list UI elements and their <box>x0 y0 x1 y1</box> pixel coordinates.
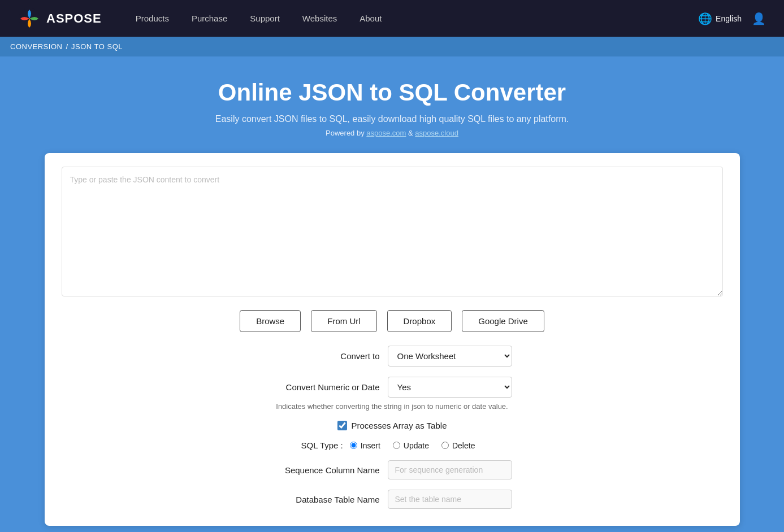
sql-update-option[interactable]: Update <box>393 441 437 450</box>
convert-to-select[interactable]: One Worksheet Multiple Worksheets <box>388 346 512 367</box>
json-input[interactable] <box>62 167 723 296</box>
sql-insert-radio[interactable] <box>350 442 357 449</box>
nav-links: Products Purchase Support Websites About <box>136 14 698 23</box>
processes-array-row: Processes Array as Table <box>337 421 447 430</box>
sql-type-row: SQL Type : Insert Update Delete <box>301 441 483 450</box>
database-table-label: Database Table Name <box>272 495 380 504</box>
breadcrumb-separator: / <box>66 42 68 51</box>
breadcrumb: CONVERSION / JSON TO SQL <box>0 37 784 56</box>
powered-by-amp: & <box>408 129 415 137</box>
upload-buttons: Browse From Url Dropbox Google Drive <box>62 310 723 332</box>
browse-button[interactable]: Browse <box>240 310 301 332</box>
brand-link[interactable]: ASPOSE <box>18 7 102 30</box>
form-section: Convert to One Worksheet Multiple Worksh… <box>62 346 723 509</box>
powered-by: Powered by aspose.com & aspose.cloud <box>326 129 458 137</box>
sql-insert-label: Insert <box>361 441 380 450</box>
convert-numeric-select[interactable]: Yes No <box>388 377 512 398</box>
sql-update-radio[interactable] <box>393 442 400 449</box>
sql-delete-option[interactable]: Delete <box>441 441 483 450</box>
sql-delete-radio[interactable] <box>441 442 449 449</box>
nav-support[interactable]: Support <box>250 14 280 23</box>
nav-products[interactable]: Products <box>136 14 169 23</box>
navbar-right: 🌐 English 👤 <box>698 12 766 25</box>
navbar: ASPOSE Products Purchase Support Website… <box>0 0 784 37</box>
language-selector[interactable]: 🌐 English <box>698 12 742 25</box>
user-icon[interactable]: 👤 <box>752 12 766 25</box>
sql-update-label: Update <box>404 441 429 450</box>
aspose-logo-icon <box>18 7 41 30</box>
database-table-input[interactable] <box>388 490 512 509</box>
convert-to-row: Convert to One Worksheet Multiple Worksh… <box>272 346 512 367</box>
globe-icon: 🌐 <box>698 12 712 25</box>
main-content: Online JSON to SQL Converter Easily conv… <box>0 56 784 532</box>
sequence-column-row: Sequence Column Name <box>272 460 512 479</box>
language-label: English <box>716 14 742 23</box>
page-title: Online JSON to SQL Converter <box>218 79 566 106</box>
numeric-hint: Indicates whether converting the string … <box>276 402 508 411</box>
sequence-column-label: Sequence Column Name <box>272 465 380 475</box>
sequence-column-input[interactable] <box>388 460 512 479</box>
from-url-button[interactable]: From Url <box>311 310 376 332</box>
convert-numeric-label: Convert Numeric or Date <box>272 382 380 392</box>
powered-by-prefix: Powered by <box>326 129 365 137</box>
aspose-cloud-link[interactable]: aspose.cloud <box>415 129 458 137</box>
convert-numeric-row: Convert Numeric or Date Yes No <box>272 377 512 398</box>
breadcrumb-conversion[interactable]: CONVERSION <box>10 42 62 51</box>
sql-delete-label: Delete <box>452 441 475 450</box>
sql-type-label: SQL Type : <box>301 441 343 450</box>
sql-insert-option[interactable]: Insert <box>350 441 388 450</box>
dropbox-button[interactable]: Dropbox <box>387 310 452 332</box>
database-table-row: Database Table Name <box>272 490 512 509</box>
breadcrumb-json-to-sql[interactable]: JSON TO SQL <box>71 42 123 51</box>
nav-websites[interactable]: Websites <box>302 14 337 23</box>
aspose-com-link[interactable]: aspose.com <box>366 129 406 137</box>
nav-about[interactable]: About <box>359 14 382 23</box>
convert-to-label: Convert to <box>272 351 380 361</box>
nav-purchase[interactable]: Purchase <box>192 14 227 23</box>
page-subtitle: Easily convert JSON files to SQL, easily… <box>215 114 569 124</box>
google-drive-button[interactable]: Google Drive <box>462 310 544 332</box>
processes-array-label: Processes Array as Table <box>352 421 447 430</box>
converter-card: Browse From Url Dropbox Google Drive Con… <box>45 153 740 526</box>
brand-name: ASPOSE <box>46 11 102 26</box>
processes-array-checkbox[interactable] <box>337 421 347 430</box>
